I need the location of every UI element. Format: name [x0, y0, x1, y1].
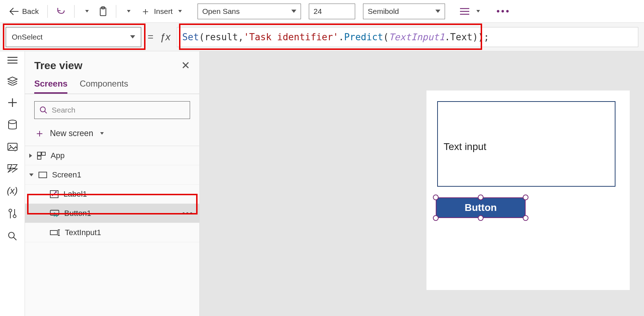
chevron-down-icon [291, 10, 296, 13]
canvas[interactable]: Text input Button [200, 51, 644, 316]
svg-point-10 [9, 120, 16, 124]
selection-handle[interactable] [478, 195, 484, 200]
chevron-right-icon [29, 154, 32, 158]
svg-point-18 [9, 232, 14, 238]
chevron-down-icon [127, 10, 131, 12]
insert-button[interactable]: ＋ Insert [137, 2, 186, 20]
more-icon[interactable]: ••• [182, 209, 194, 218]
tree-search-input[interactable]: Search [34, 101, 190, 119]
selection-handle[interactable] [478, 215, 484, 221]
separator [47, 5, 48, 18]
font-size-select[interactable]: 24 [309, 4, 355, 19]
selection-handle[interactable] [523, 195, 528, 200]
plus-icon: ＋ [140, 5, 150, 18]
chevron-down-icon [476, 10, 480, 12]
tree-item-app[interactable]: App [25, 146, 199, 165]
left-rail: ♪ (x) [0, 51, 25, 316]
chevron-down-icon [435, 10, 440, 13]
arrow-left-icon [9, 7, 19, 15]
selection-handle[interactable] [433, 215, 439, 221]
undo-icon [56, 7, 66, 16]
tree-item-screen1[interactable]: Screen1 [25, 165, 199, 185]
search-rail-icon[interactable] [7, 231, 17, 241]
tree-item-label: TextInput1 [65, 228, 101, 237]
tree-item-label: Screen1 [52, 170, 81, 180]
tree-item-textinput1[interactable]: TextInput1 [25, 223, 199, 242]
selection-handle[interactable] [433, 195, 439, 200]
data-icon[interactable] [8, 120, 17, 130]
undo-button[interactable] [53, 5, 69, 18]
font-family-value: Open Sans [202, 7, 240, 16]
paste-dropdown[interactable] [121, 8, 134, 15]
tools-icon[interactable] [8, 208, 17, 219]
tree-tabs: Screens Components [25, 74, 199, 94]
app-icon [37, 152, 46, 160]
main-area: ♪ (x) Tree view ✕ Screens Components Sea… [0, 51, 644, 316]
back-label: Back [22, 7, 39, 16]
screen-icon [39, 172, 47, 178]
font-weight-select[interactable]: Semibold [363, 4, 445, 19]
paste-button[interactable] [95, 4, 111, 19]
svg-text:♪: ♪ [14, 149, 16, 152]
hamburger-icon[interactable] [7, 56, 17, 64]
search-icon [40, 106, 47, 114]
selection-handle[interactable] [523, 215, 528, 221]
formula-token: .Text)); [445, 32, 489, 42]
equals-sign: = [148, 31, 153, 43]
formula-token: TextInput1 [389, 32, 445, 42]
insert-rail-icon[interactable] [7, 98, 17, 108]
tree-view-panel: Tree view ✕ Screens Components Search ＋ … [25, 51, 200, 316]
font-family-select[interactable]: Open Sans [198, 4, 301, 19]
tree-view-title: Tree view [34, 59, 82, 72]
tab-screens[interactable]: Screens [34, 79, 67, 94]
chevron-down-icon [29, 173, 34, 176]
svg-rect-22 [37, 152, 41, 155]
button-label: Button [465, 202, 497, 213]
insert-label: Insert [154, 7, 173, 16]
top-toolbar: Back ＋ Insert Open Sans 24 Semibold [0, 0, 644, 23]
tree-item-label: App [51, 151, 65, 160]
font-size-value: 24 [313, 7, 322, 16]
svg-point-12 [10, 145, 11, 146]
formula-token: 'Task identifier' [244, 32, 338, 42]
tree-item-label: Button1 [64, 209, 91, 218]
separator [116, 5, 116, 18]
formula-input[interactable]: Set(result, 'Task identifier'.Predict(Te… [177, 27, 638, 47]
property-dropdown[interactable]: OnSelect [6, 27, 141, 47]
svg-rect-25 [39, 172, 47, 178]
property-value: OnSelect [12, 33, 42, 41]
svg-line-21 [45, 111, 47, 113]
separator [74, 5, 75, 18]
align-icon [460, 7, 469, 15]
svg-rect-24 [37, 156, 41, 159]
plus-icon: ＋ [34, 126, 45, 141]
tree-item-button1[interactable]: Button1 ••• [25, 204, 199, 223]
button-control-selection: Button [436, 197, 526, 218]
media-icon[interactable]: ♪ [7, 143, 18, 152]
undo-dropdown[interactable] [80, 8, 92, 15]
formula-token: ( [383, 32, 389, 42]
tab-components[interactable]: Components [80, 79, 128, 94]
variables-icon[interactable]: (x) [7, 185, 17, 196]
tree-view-icon[interactable] [7, 76, 18, 86]
more-button[interactable]: ••• [493, 4, 514, 19]
button-icon [50, 210, 59, 217]
formula-bar: OnSelect = ƒx Set(result, 'Task identifi… [0, 23, 644, 51]
close-icon[interactable]: ✕ [181, 59, 190, 72]
power-automate-icon[interactable] [7, 164, 18, 173]
align-button[interactable] [456, 5, 484, 17]
formula-token: . [338, 32, 344, 42]
tree-item-label1[interactable]: Label1 [25, 185, 199, 204]
search-placeholder: Search [52, 106, 76, 114]
back-button[interactable]: Back [6, 5, 42, 18]
svg-rect-23 [42, 152, 45, 155]
fx-icon: ƒx [160, 31, 170, 43]
chevron-down-icon [178, 10, 182, 12]
font-weight-value: Semibold [368, 7, 399, 16]
artboard: Text input Button [426, 90, 630, 290]
text-input-control[interactable]: Text input [437, 101, 615, 187]
tree-item-label: Label1 [63, 190, 87, 199]
formula-token: (result, [199, 32, 244, 42]
new-screen-button[interactable]: ＋ New screen [25, 123, 199, 146]
svg-point-14 [9, 209, 12, 212]
